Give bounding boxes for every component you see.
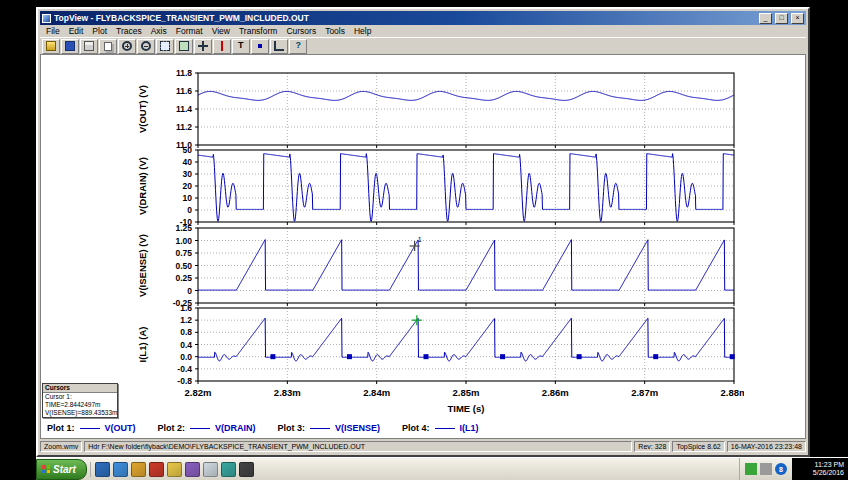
cursors-icon — [217, 41, 227, 51]
zoom-out-icon — [141, 41, 151, 51]
zoom-window-icon — [160, 41, 170, 51]
cursor-box-title: Cursors — [43, 384, 117, 393]
zoom-in-button[interactable] — [118, 39, 136, 54]
svg-text:2.83m: 2.83m — [274, 387, 301, 398]
windows-flag-icon — [42, 465, 50, 473]
svg-text:1.6: 1.6 — [180, 303, 192, 313]
zoom-window-button[interactable] — [156, 39, 174, 54]
copy-icon — [104, 42, 112, 51]
svg-text:1: 1 — [418, 236, 422, 243]
paint-icon[interactable] — [185, 462, 200, 477]
svg-text:1.25: 1.25 — [175, 223, 192, 233]
svg-text:0: 0 — [187, 286, 192, 296]
svg-text:0.50: 0.50 — [175, 261, 192, 271]
text-button[interactable] — [232, 39, 250, 54]
legend-plot-label: Plot 4: — [402, 423, 430, 433]
print-icon — [84, 41, 94, 51]
legend-item-1: Plot 1:V(OUT) — [47, 423, 136, 433]
axes-icon — [274, 41, 284, 51]
svg-text:2.84m: 2.84m — [363, 387, 390, 398]
status-cell-0: Zoom.wmv — [40, 441, 82, 452]
open-button[interactable] — [42, 39, 60, 54]
menu-cursors[interactable]: Cursors — [282, 26, 320, 36]
cursor-box-line: V(ISENSE)=889.43533m — [43, 409, 117, 417]
messenger-tray-icon[interactable]: 8 — [775, 463, 787, 475]
internet-explorer-icon[interactable] — [113, 462, 128, 477]
recorder-icon[interactable] — [239, 462, 254, 477]
zoom-full-button[interactable] — [175, 39, 193, 54]
volume-tray-icon[interactable] — [760, 463, 772, 475]
folder-icon[interactable] — [167, 462, 182, 477]
svg-text:V(DRAIN) (V): V(DRAIN) (V) — [137, 157, 148, 215]
menu-edit[interactable]: Edit — [65, 26, 88, 36]
menu-file[interactable]: File — [42, 26, 64, 36]
media-player-icon[interactable] — [149, 462, 164, 477]
axes-button[interactable] — [270, 39, 288, 54]
svg-text:0.25: 0.25 — [175, 273, 192, 283]
status-bar: Zoom.wmvHdr F:\New folder\flyback\DEMO\F… — [40, 440, 806, 453]
app-window: TopView - FLYBACKSPICE_TRANSIENT_PWM_INC… — [36, 7, 810, 457]
svg-text:V(ISENSE) (V): V(ISENSE) (V) — [137, 234, 148, 297]
legend-line-swatch — [190, 428, 210, 429]
svg-text:0.75: 0.75 — [175, 248, 192, 258]
status-cell-3: TopSpice 8.62 — [672, 441, 724, 452]
pan-button[interactable] — [194, 39, 212, 54]
svg-text:10: 10 — [183, 193, 193, 203]
mail-icon[interactable] — [131, 462, 146, 477]
open-icon — [46, 41, 56, 51]
svg-text:20: 20 — [183, 181, 193, 191]
svg-text:1.2: 1.2 — [180, 315, 192, 325]
save-button[interactable] — [61, 39, 79, 54]
markers-button[interactable] — [251, 39, 269, 54]
menu-traces[interactable]: Traces — [112, 26, 146, 36]
menu-plot[interactable]: Plot — [88, 26, 111, 36]
menu-format[interactable]: Format — [172, 26, 207, 36]
clock-date: 5/26/2016 — [813, 469, 844, 477]
network-tray-icon[interactable] — [745, 463, 757, 475]
print-button[interactable] — [80, 39, 98, 54]
taskbar-clock[interactable]: 11:23 PM 5/26/2016 — [792, 458, 848, 480]
menu-tools[interactable]: Tools — [321, 26, 349, 36]
plots-canvas[interactable]: 11.811.611.411.211.0V(OUT) (V)5040302010… — [132, 67, 744, 419]
show-desktop-icon[interactable] — [95, 462, 110, 477]
legend-plot-label: Plot 2: — [158, 423, 186, 433]
svg-text:50: 50 — [183, 145, 193, 155]
maximize-button[interactable]: □ — [775, 13, 788, 24]
copy-button[interactable] — [99, 39, 117, 54]
legend-plot-label: Plot 1: — [47, 423, 75, 433]
menu-help[interactable]: Help — [350, 26, 375, 36]
svg-text:V(OUT) (V): V(OUT) (V) — [137, 85, 148, 133]
menu-view[interactable]: View — [208, 26, 234, 36]
markers-icon — [255, 41, 265, 51]
tools-icon[interactable] — [221, 462, 236, 477]
cursor-box-line: TIME=2.8442497m — [43, 401, 117, 409]
legend-trace-name: I(L1) — [460, 423, 479, 433]
svg-text:I(L1) (A): I(L1) (A) — [137, 327, 148, 363]
svg-text:0.0: 0.0 — [180, 352, 192, 362]
help-button[interactable] — [289, 39, 307, 54]
status-cell-1: Hdr F:\New folder\flyback\DEMO\FLYBACKSP… — [84, 441, 632, 452]
legend-line-swatch — [80, 428, 100, 429]
legend-trace-name: V(OUT) — [105, 423, 136, 433]
menu-transform[interactable]: Transform — [235, 26, 281, 36]
legend-item-2: Plot 2:V(DRAIN) — [158, 423, 256, 433]
minimize-button[interactable]: _ — [759, 13, 772, 24]
close-button[interactable]: × — [791, 13, 804, 24]
svg-text:40: 40 — [183, 157, 193, 167]
status-cell-4: 16-MAY-2016 23:23:48 — [727, 441, 806, 452]
title-bar[interactable]: TopView - FLYBACKSPICE_TRANSIENT_PWM_INC… — [40, 11, 806, 25]
legend-item-4: Plot 4:I(L1) — [402, 423, 479, 433]
menu-axis[interactable]: Axis — [147, 26, 171, 36]
start-button[interactable]: Start — [36, 459, 87, 480]
svg-text:2.85m: 2.85m — [453, 387, 480, 398]
plot-legend: Plot 1:V(OUT)Plot 2:V(DRAIN)Plot 3:V(ISE… — [47, 423, 479, 433]
svg-text:2.86m: 2.86m — [542, 387, 569, 398]
cursors-button[interactable] — [213, 39, 231, 54]
save-icon — [65, 41, 75, 51]
quick-launch — [90, 462, 258, 477]
help-icon — [293, 41, 303, 51]
trace-V(OUT) — [198, 91, 734, 100]
notepad-icon[interactable] — [203, 462, 218, 477]
cursor-readout-box[interactable]: Cursors Cursor 1: TIME=2.8442497m V(ISEN… — [42, 383, 118, 418]
zoom-out-button[interactable] — [137, 39, 155, 54]
